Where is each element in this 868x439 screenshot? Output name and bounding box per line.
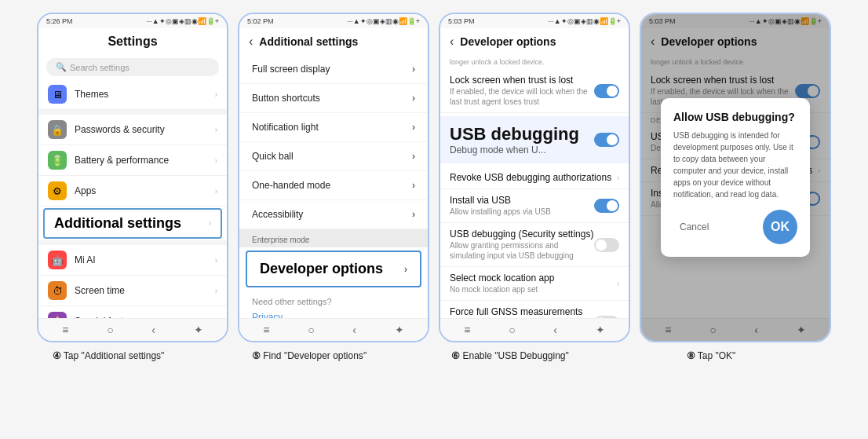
settings-item-themes[interactable]: 🖥 Themes › bbox=[38, 79, 227, 110]
p2-nav-home[interactable]: ○ bbox=[308, 324, 314, 336]
caption1-num: ④ bbox=[53, 350, 61, 361]
search-bar[interactable]: 🔍 Search settings bbox=[46, 58, 219, 76]
settings-item-passwords[interactable]: 🔒 Passwords & security › bbox=[38, 115, 227, 145]
fullscreen-chevron: › bbox=[412, 64, 415, 75]
dev-item-lockscreen[interactable]: Lock screen when trust is lost If enable… bbox=[440, 69, 629, 113]
settings-item-apps[interactable]: ⚙ Apps › bbox=[38, 176, 227, 207]
apps-chevron: › bbox=[215, 187, 217, 196]
additional-chevron: › bbox=[209, 219, 211, 228]
settings-item-special[interactable]: ⭐ Special features › bbox=[38, 306, 227, 318]
phone3-status-icons: ···▲✦◎▣◈▥◉📶🔋+ bbox=[548, 17, 621, 25]
phone1-content: Settings 🔍 Search settings 🖥 Themes › bbox=[38, 28, 227, 318]
nav-menu-icon[interactable]: ≡ bbox=[62, 324, 68, 336]
revoke-label: Revoke USB debugging authorizations bbox=[450, 172, 617, 183]
gnss-toggle[interactable] bbox=[594, 316, 619, 319]
dev-item-gnss[interactable]: Force full GNSS measurements Track all G… bbox=[440, 301, 629, 318]
nav-back-icon[interactable]: ‹ bbox=[151, 324, 155, 336]
dev-item-mock[interactable]: Select mock location app No mock locatio… bbox=[440, 267, 629, 301]
menu-item-onehanded[interactable]: One-handed mode › bbox=[239, 171, 428, 200]
phone3-dev-content: longer unlock a locked device. Lock scre… bbox=[440, 55, 629, 318]
p3-nav-home[interactable]: ○ bbox=[509, 324, 515, 336]
accessibility-label: Accessibility bbox=[252, 209, 303, 220]
onehanded-chevron: › bbox=[412, 180, 415, 191]
phone4-container: 5:03 PM ···▲✦◎▣◈▥◉📶🔋+ ‹ Developer option… bbox=[640, 13, 831, 342]
phone3-back-button[interactable]: ‹ bbox=[450, 35, 454, 49]
menu-item-accessibility[interactable]: Accessibility › bbox=[239, 200, 428, 229]
nav-recent-icon[interactable]: ✦ bbox=[194, 324, 203, 336]
phone1: 5:26 PM ···▲✦◎▣◈▥◉📶🔋+ Settings 🔍 Search … bbox=[37, 13, 228, 342]
phone1-time: 5:26 PM bbox=[46, 17, 73, 25]
phone2-time: 5:02 PM bbox=[247, 17, 274, 25]
accessibility-chevron: › bbox=[412, 209, 415, 220]
caption3-text: Enable bbox=[463, 350, 495, 361]
caption1-quoted: "Additional settings" bbox=[81, 350, 164, 361]
caption4-quoted: "OK" bbox=[715, 350, 735, 361]
phone2-header: ‹ Additional settings bbox=[239, 28, 428, 55]
caption2-quoted: "Developer options" bbox=[284, 350, 367, 361]
install-left: Install via USB Allow installing apps vi… bbox=[450, 195, 594, 217]
onehanded-label: One-handed mode bbox=[252, 180, 330, 191]
p3-nav-menu[interactable]: ≡ bbox=[464, 324, 470, 336]
themes-icon: 🖥 bbox=[48, 85, 67, 104]
button-shortcuts-label: Button shortcuts bbox=[252, 93, 320, 104]
phone2-status-bar: 5:02 PM ···▲✦◎▣◈▥◉📶🔋+ bbox=[239, 14, 428, 28]
p2-nav-recent[interactable]: ✦ bbox=[395, 324, 404, 336]
usb-debug-dialog: Allow USB debugging? USB debugging is in… bbox=[661, 98, 810, 257]
fullscreen-label: Full screen display bbox=[252, 64, 330, 75]
screentime-icon: ⏱ bbox=[48, 281, 67, 300]
link-privacy[interactable]: Privacy bbox=[239, 309, 428, 318]
dev-item-revoke[interactable]: Revoke USB debugging authorizations › bbox=[440, 166, 629, 189]
phone2-container: 5:02 PM ···▲✦◎▣◈▥◉📶🔋+ ‹ Additional setti… bbox=[238, 13, 429, 342]
menu-item-button-shortcuts[interactable]: Button shortcuts › bbox=[239, 84, 428, 113]
additional-settings-label: Additional settings bbox=[54, 215, 209, 232]
lockscreen-title: Lock screen when trust is lost bbox=[450, 75, 594, 86]
usbsecurity-toggle[interactable] bbox=[594, 238, 619, 252]
p2-nav-menu[interactable]: ≡ bbox=[263, 324, 269, 336]
caption4-text: Tap bbox=[698, 350, 716, 361]
menu-item-quickball[interactable]: Quick ball › bbox=[239, 142, 428, 171]
mock-sub: No mock location app set bbox=[450, 284, 617, 294]
menu-item-notification[interactable]: Notification light › bbox=[239, 113, 428, 142]
captions-row: ④ Tap "Additional settings" ⑤ Find "Deve… bbox=[13, 350, 855, 361]
settings-item-additional[interactable]: Additional settings › bbox=[43, 208, 222, 239]
quickball-chevron: › bbox=[412, 151, 415, 162]
dialog-cancel-button[interactable]: Cancel bbox=[673, 218, 715, 236]
notification-label: Notification light bbox=[252, 122, 319, 133]
dev-item-install[interactable]: Install via USB Allow installing apps vi… bbox=[440, 189, 629, 223]
settings-item-battery[interactable]: 🔋 Battery & performance › bbox=[38, 145, 227, 176]
caption4: ⑧ Tap "OK" bbox=[615, 350, 807, 361]
settings-item-miai[interactable]: 🤖 Mi AI › bbox=[38, 245, 227, 276]
menu-item-fullscreen[interactable]: Full screen display › bbox=[239, 55, 428, 84]
mock-chevron: › bbox=[617, 280, 619, 288]
dev-item-usbdebug-highlight: USB debugging Debug mode when U... bbox=[440, 116, 629, 163]
dev-item-usbsecurity[interactable]: USB debugging (Security settings) Allow … bbox=[440, 223, 629, 267]
caption3: ⑥ Enable "USB Debugging" bbox=[414, 350, 606, 361]
phone2: 5:02 PM ···▲✦◎▣◈▥◉📶🔋+ ‹ Additional setti… bbox=[238, 13, 429, 342]
phone2-back-button[interactable]: ‹ bbox=[249, 35, 253, 49]
phone1-container: 5:26 PM ···▲✦◎▣◈▥◉📶🔋+ Settings 🔍 Search … bbox=[37, 13, 228, 342]
nav-home-icon[interactable]: ○ bbox=[107, 324, 113, 336]
usbsecurity-label: USB debugging (Security settings) bbox=[450, 229, 594, 240]
themes-label: Themes bbox=[75, 89, 215, 100]
developer-options-label: Developer options bbox=[260, 261, 383, 277]
caption1: ④ Tap "Additional settings" bbox=[13, 350, 204, 361]
install-toggle[interactable] bbox=[594, 199, 619, 213]
lockscreen-left: Lock screen when trust is lost If enable… bbox=[450, 75, 594, 107]
settings-item-screentime[interactable]: ⏱ Screen time › bbox=[38, 276, 227, 306]
p3-nav-recent[interactable]: ✦ bbox=[596, 324, 605, 336]
lockscreen-toggle[interactable] bbox=[594, 84, 619, 98]
caption2-text: Find bbox=[263, 350, 284, 361]
caption3-quoted: "USB Debugging" bbox=[494, 350, 569, 361]
p2-nav-back[interactable]: ‹ bbox=[352, 324, 356, 336]
quickball-label: Quick ball bbox=[252, 151, 294, 162]
p3-nav-back[interactable]: ‹ bbox=[553, 324, 557, 336]
apps-icon: ⚙ bbox=[48, 181, 67, 200]
phone2-status-icons: ···▲✦◎▣◈▥◉📶🔋+ bbox=[347, 17, 420, 25]
menu-item-developer[interactable]: Developer options › bbox=[246, 251, 421, 287]
install-label: Install via USB bbox=[450, 195, 594, 206]
apps-label: Apps bbox=[75, 185, 215, 196]
dialog-ok-button[interactable]: OK bbox=[763, 210, 797, 244]
miai-icon: 🤖 bbox=[48, 251, 67, 269]
usbdebug-toggle-highlight[interactable] bbox=[594, 133, 619, 147]
gnss-left: Force full GNSS measurements Track all G… bbox=[450, 306, 594, 318]
